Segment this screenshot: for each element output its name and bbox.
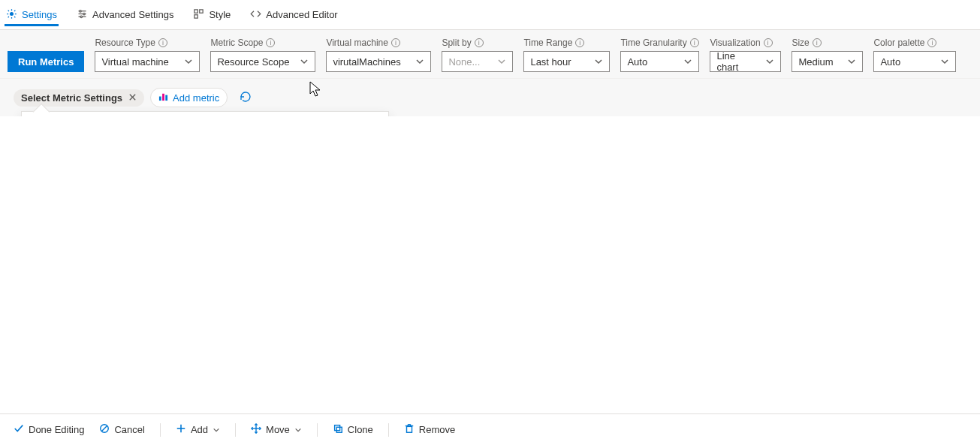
time-granularity-label: Time Granularity [620,38,686,48]
svg-point-6 [80,16,83,18]
tab-advanced-editor[interactable]: Advanced Editor [249,4,339,26]
info-icon[interactable]: i [813,38,822,47]
size-select[interactable]: Medium [792,51,863,72]
split-by-select[interactable]: None... [442,51,513,72]
svg-rect-8 [200,9,203,12]
chevron-down-icon [300,57,309,66]
svg-rect-13 [162,94,164,101]
svg-rect-9 [194,14,198,17]
svg-rect-12 [159,97,161,101]
info-icon[interactable]: i [158,38,167,47]
info-icon[interactable]: i [475,38,484,47]
info-icon[interactable]: i [391,38,400,47]
info-icon[interactable]: i [764,38,773,47]
visualization-select[interactable]: Line chart [710,51,781,72]
tab-settings[interactable]: Settings [5,4,59,26]
chevron-down-icon [415,57,424,66]
chevron-down-icon [847,57,856,66]
sliders-icon [77,8,88,22]
resource-type-label: Resource Type [95,38,155,48]
svg-point-0 [11,12,14,15]
select-metric-settings-chip[interactable]: Select Metric Settings [14,89,144,107]
info-icon[interactable]: i [927,38,936,47]
time-range-select[interactable]: Last hour [523,51,610,72]
resource-type-select[interactable]: Virtual machine [95,51,200,72]
code-icon [250,8,261,22]
chevron-down-icon [765,57,774,66]
svg-rect-14 [165,95,167,101]
svg-point-4 [80,10,82,12]
tab-settings-label: Settings [22,9,57,20]
svg-point-5 [83,13,86,15]
bar-chart-icon [158,92,168,104]
add-metric-chip[interactable]: Add metric [150,88,228,107]
tab-advanced-settings-label: Advanced Settings [92,9,173,20]
chevron-down-icon [683,57,692,66]
style-icon [193,8,204,22]
chevron-down-icon [594,57,603,66]
info-icon[interactable]: i [575,38,584,47]
refresh-button[interactable] [240,91,252,105]
add-metric-chip-label: Add metric [173,92,219,104]
metrics-toolbar: Run Metrics Resource Typei Virtual machi… [0,30,980,79]
editor-tabs: Settings Advanced Settings Style Advance… [0,0,980,30]
close-icon[interactable] [128,92,137,104]
info-icon[interactable]: i [266,38,275,47]
svg-rect-7 [194,9,198,12]
time-granularity-select[interactable]: Auto [620,51,699,72]
chevron-down-icon [940,57,949,66]
color-palette-select[interactable]: Auto [873,51,956,72]
chevron-down-icon [497,57,506,66]
visualization-label: Visualization [710,38,760,48]
tab-advanced-settings[interactable]: Advanced Settings [75,4,175,26]
time-range-label: Time Range [523,38,572,48]
chevron-down-icon [184,57,193,66]
metric-scope-label: Metric Scope [210,38,263,48]
color-palette-label: Color palette [873,38,924,48]
tab-advanced-editor-label: Advanced Editor [266,9,337,20]
tab-style[interactable]: Style [191,4,232,26]
run-metrics-button[interactable]: Run Metrics [8,51,84,72]
virtual-machine-label: Virtual machine [326,38,388,48]
info-icon[interactable]: i [690,38,699,47]
select-metric-settings-popover: Select Metric Settings Metrics Filters N… [21,111,389,116]
tab-style-label: Style [209,9,231,20]
size-label: Size [792,38,809,48]
gear-icon [6,8,17,22]
split-by-label: Split by [442,38,471,48]
virtual-machine-select[interactable]: virutalMachines [326,51,431,72]
metric-scope-select[interactable]: Resource Scope [210,51,315,72]
select-metric-settings-chip-label: Select Metric Settings [21,92,122,104]
